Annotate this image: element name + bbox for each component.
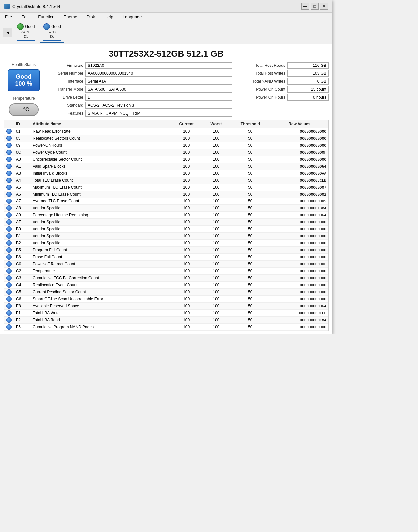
menu-function[interactable]: Function [36, 14, 56, 20]
interface-value: Serial ATA [85, 78, 232, 85]
row-current: 100 [170, 296, 203, 303]
total-host-reads-value: 116 GB [287, 62, 329, 69]
minimize-button[interactable]: — [301, 3, 309, 10]
features-row: Features S.M.A.R.T., APM, NCQ, TRIM [47, 110, 232, 117]
menu-edit[interactable]: Edit [19, 14, 31, 20]
row-raw-values: 000000000002 [271, 191, 328, 198]
row-raw-values: 000000003CEB [271, 177, 328, 184]
table-row: B6Erase Fail Count10010050000000000000 [4, 254, 328, 261]
smart-table-header: ID Attribute Name Current Worst Threshol… [4, 120, 328, 128]
drive-c-status-label: Good [25, 24, 35, 29]
menu-file[interactable]: File [3, 14, 14, 20]
row-threshold: 50 [230, 254, 271, 261]
status-dot-icon [6, 199, 12, 204]
row-attribute-name: Cumulative ECC Bit Correction Count [31, 275, 170, 282]
row-attribute-name: Maximum TLC Erase Count [31, 184, 170, 191]
row-current: 100 [170, 226, 203, 233]
row-raw-values: 000000000000 [271, 226, 328, 233]
status-dot-icon [6, 303, 12, 309]
row-id: F5 [14, 324, 31, 331]
row-attribute-name: Total LBA Read [31, 317, 170, 324]
row-id: B0 [14, 226, 31, 233]
close-button[interactable]: ✕ [320, 3, 328, 10]
transfer-row: Transfer Mode SATA/600 | SATA/600 [47, 86, 232, 93]
status-dot [4, 310, 14, 317]
row-raw-values: 000000000000 [271, 233, 328, 240]
table-row: A6Minimum TLC Erase Count100100500000000… [4, 191, 328, 198]
row-current: 100 [170, 310, 203, 317]
temperature-label: Temperature [12, 96, 35, 101]
row-worst: 100 [203, 163, 230, 170]
row-raw-values: 000000000000 [271, 135, 328, 142]
status-dot-icon [6, 219, 12, 225]
row-threshold: 50 [230, 317, 271, 324]
row-current: 100 [170, 219, 203, 226]
table-row: A5Maximum TLC Erase Count100100500000000… [4, 184, 328, 191]
row-attribute-name: Vendor Specific [31, 205, 170, 212]
row-attribute-name: Vendor Specific [31, 219, 170, 226]
row-threshold: 50 [230, 275, 271, 282]
row-threshold: 50 [230, 163, 271, 170]
row-worst: 100 [203, 191, 230, 198]
row-worst: 100 [203, 282, 230, 289]
status-dot-icon [6, 192, 12, 197]
menu-language[interactable]: Language [121, 14, 144, 20]
row-threshold: 50 [230, 198, 271, 205]
row-worst: 100 [203, 226, 230, 233]
transfer-label: Transfer Mode [47, 87, 83, 92]
menu-disk[interactable]: Disk [85, 14, 97, 20]
row-id: A9 [14, 212, 31, 219]
row-attribute-name: Vendor Specific [31, 233, 170, 240]
serial-row: Serial Number AA000000000000001540 [47, 70, 232, 77]
row-threshold: 50 [230, 247, 271, 254]
status-dot [4, 317, 14, 324]
row-threshold: 50 [230, 149, 271, 156]
row-attribute-name: Temperature [31, 268, 170, 275]
row-current: 100 [170, 324, 203, 331]
firmware-label: Firmware [47, 63, 83, 68]
maximize-button[interactable]: □ [311, 3, 319, 10]
app-icon [4, 4, 10, 9]
nav-prev-button[interactable]: ◄ [3, 28, 12, 37]
drive-tab-d[interactable]: Good -- °C D: [40, 22, 64, 43]
row-worst: 100 [203, 275, 230, 282]
row-worst: 100 [203, 177, 230, 184]
status-dot [4, 142, 14, 149]
drive-tab-c[interactable]: Good 34 °C C: [14, 22, 38, 43]
row-worst: 100 [203, 149, 230, 156]
table-row: C0Power-off Retract Count100100500000000… [4, 261, 328, 268]
row-id: A3 [14, 170, 31, 177]
status-dot [4, 261, 14, 268]
row-attribute-name: Current Pending Sector Count [31, 289, 170, 296]
row-threshold: 50 [230, 226, 271, 233]
row-attribute-name: Vendor Specific [31, 240, 170, 247]
row-current: 100 [170, 205, 203, 212]
row-id: C2 [14, 268, 31, 275]
row-threshold: 50 [230, 205, 271, 212]
row-attribute-name: Vendor Specific [31, 226, 170, 233]
status-dot [4, 219, 14, 226]
row-current: 100 [170, 247, 203, 254]
row-current: 100 [170, 261, 203, 268]
status-dot [4, 135, 14, 142]
serial-value: AA000000000000001540 [85, 70, 232, 77]
row-worst: 100 [203, 289, 230, 296]
row-threshold: 50 [230, 184, 271, 191]
status-dot-icon [6, 240, 12, 246]
health-status-label: Health Status [12, 62, 36, 67]
row-attribute-name: Power-On Hours [31, 142, 170, 149]
drive-letter-value: D: [85, 94, 232, 101]
table-row: B0Vendor Specific10010050000000000000 [4, 226, 328, 233]
row-current: 100 [170, 289, 203, 296]
row-id: 01 [14, 128, 31, 135]
row-worst: 100 [203, 261, 230, 268]
table-row: A3Initial Invalid Blocks1001005000000000… [4, 170, 328, 177]
row-id: C6 [14, 296, 31, 303]
row-worst: 100 [203, 324, 230, 331]
menu-theme[interactable]: Theme [62, 14, 79, 20]
row-threshold: 50 [230, 324, 271, 331]
status-dot-icon [6, 185, 12, 190]
menu-help[interactable]: Help [102, 14, 115, 20]
status-dot-icon [6, 310, 12, 316]
row-id: C0 [14, 261, 31, 268]
